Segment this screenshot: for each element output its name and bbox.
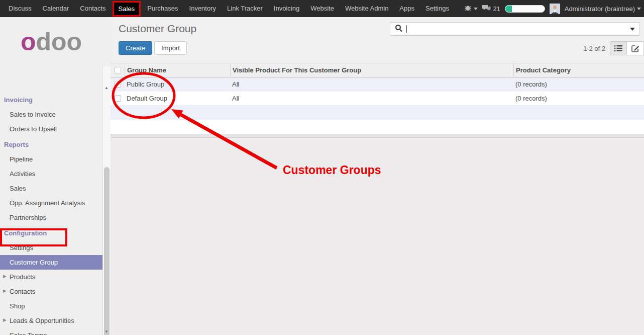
message-count: 21 — [493, 5, 500, 13]
top-navbar: Discuss Calendar Contacts Sales Purchase… — [0, 0, 644, 17]
list-view-button[interactable] — [610, 41, 627, 55]
column-group-name[interactable]: Group Name — [125, 63, 230, 77]
sidebar-scrollbar[interactable]: ▲ ▼ — [102, 66, 111, 335]
sidebar-item-activities[interactable]: Activities — [0, 166, 102, 181]
pager-area: 1-2 of 2 — [583, 41, 644, 55]
sidebar-item-customer-group-active[interactable]: Customer Group — [0, 255, 102, 270]
control-panel: Customer Group Create Import 1-2 of 2 — [111, 17, 644, 63]
select-all-cell — [111, 63, 125, 77]
search-input[interactable] — [390, 22, 640, 36]
table-header-row: Group Name Visible Product For This Cust… — [111, 63, 644, 77]
sidebar-item-settings[interactable]: Settings — [0, 240, 102, 255]
sidebar-item-sales-teams[interactable]: Sales Teams — [0, 328, 102, 335]
tour-progress-bar[interactable] — [505, 5, 545, 13]
row-checkbox-cell — [111, 92, 125, 105]
nav-link-tracker[interactable]: Link Tracker — [222, 0, 268, 17]
nav-purchases[interactable]: Purchases — [142, 0, 183, 17]
scroll-up-icon[interactable]: ▲ — [104, 86, 109, 90]
avatar[interactable] — [550, 4, 560, 14]
tour-progress-fill — [505, 6, 512, 12]
row-checkbox[interactable] — [115, 81, 121, 88]
nav-website-admin[interactable]: Website Admin — [340, 0, 394, 17]
messages-menu[interactable]: 21 — [482, 4, 500, 13]
user-menu[interactable]: Administrator (braintree) — [565, 5, 641, 13]
expand-arrow-icon[interactable]: ▶ — [3, 317, 7, 322]
bug-icon — [464, 4, 472, 13]
main-content: Customer Group Create Import 1-2 of 2 — [111, 17, 644, 335]
nav-invoicing[interactable]: Invoicing — [268, 0, 305, 17]
debug-menu[interactable] — [464, 4, 478, 13]
table-row-public-group[interactable]: Public Group All (0 records) — [111, 77, 644, 92]
nav-settings[interactable]: Settings — [420, 0, 455, 17]
main-menu: Discuss Calendar Contacts Sales Purchase… — [0, 0, 455, 17]
expand-arrow-icon[interactable]: ▶ — [3, 274, 7, 279]
list-icon — [614, 45, 622, 52]
section-invoicing: Invoicing — [0, 92, 102, 107]
nav-apps[interactable]: Apps — [394, 0, 420, 17]
odoo-logo: odoo — [0, 17, 102, 76]
row-checkbox[interactable] — [115, 95, 121, 102]
nav-inventory[interactable]: Inventory — [184, 0, 222, 17]
sidebar-menu: Invoicing Sales to Invoice Orders to Ups… — [0, 92, 102, 335]
sidebar-item-products[interactable]: ▶Products — [0, 270, 102, 284]
select-all-checkbox[interactable] — [115, 67, 121, 73]
sidebar-item-leads-opportunities[interactable]: ▶Leads & Opportunities — [0, 313, 102, 328]
chevron-down-icon — [637, 8, 641, 10]
scroll-down-icon[interactable]: ▼ — [104, 329, 109, 334]
text-caret — [406, 25, 407, 33]
nav-contacts[interactable]: Contacts — [74, 0, 111, 17]
empty-row — [111, 120, 644, 134]
scrollbar-thumb[interactable] — [104, 167, 110, 335]
sidebar-item-contacts[interactable]: ▶Contacts — [0, 284, 102, 299]
messages-icon — [482, 4, 491, 13]
nav-sales-active-annotated[interactable]: Sales — [113, 1, 141, 17]
empty-row — [111, 106, 644, 120]
search-options-chevron-icon[interactable] — [630, 28, 635, 31]
form-view-button[interactable] — [627, 41, 644, 55]
sidebar-item-orders-to-upsell[interactable]: Orders to Upsell — [0, 122, 102, 136]
import-button[interactable]: Import — [154, 41, 187, 55]
cell-group-name: Public Group — [125, 77, 230, 91]
sidebar-item-sales-to-invoice[interactable]: Sales to Invoice — [0, 107, 102, 122]
nav-website[interactable]: Website — [305, 0, 340, 17]
customer-group-list: Group Name Visible Product For This Cust… — [111, 63, 644, 138]
sidebar-item-partnerships[interactable]: Partnerships — [0, 210, 102, 225]
sidebar-item-sales[interactable]: Sales — [0, 181, 102, 196]
table-row-default-group[interactable]: Default Group All (0 records) — [111, 92, 644, 106]
sidebar: odoo Invoicing Sales to Invoice Orders t… — [0, 17, 111, 335]
cell-visible-product: All — [230, 92, 513, 105]
cell-product-category: (0 records) — [513, 77, 644, 91]
page-title: Customer Group — [119, 23, 196, 35]
search-icon — [395, 24, 403, 34]
table-footer-strip — [111, 134, 644, 138]
edit-icon — [631, 44, 639, 52]
row-checkbox-cell — [111, 77, 125, 91]
username: Administrator (braintree) — [565, 5, 635, 13]
expand-arrow-icon[interactable]: ▶ — [3, 288, 7, 293]
sidebar-item-shop[interactable]: Shop — [0, 299, 102, 313]
cell-visible-product: All — [230, 77, 513, 91]
nav-discuss[interactable]: Discuss — [3, 0, 37, 17]
chevron-down-icon — [474, 8, 478, 10]
nav-calendar[interactable]: Calendar — [37, 0, 75, 17]
column-visible-product[interactable]: Visible Product For This Customer Group — [230, 63, 513, 77]
section-configuration: Configuration — [0, 225, 102, 240]
action-buttons: Create Import — [119, 41, 187, 55]
navbar-systray: 21 Administrator (braintree) — [464, 4, 644, 14]
pager-counter: 1-2 of 2 — [583, 45, 605, 52]
column-product-category[interactable]: Product Category — [513, 63, 644, 77]
cell-product-category: (0 records) — [513, 92, 644, 105]
section-reports: Reports — [0, 136, 102, 152]
sidebar-item-opp-assignment-analysis[interactable]: Opp. Assignment Analysis — [0, 196, 102, 210]
create-button[interactable]: Create — [119, 41, 152, 55]
cell-group-name: Default Group — [125, 92, 230, 105]
sidebar-item-pipeline[interactable]: Pipeline — [0, 152, 102, 166]
view-switcher — [610, 41, 644, 55]
